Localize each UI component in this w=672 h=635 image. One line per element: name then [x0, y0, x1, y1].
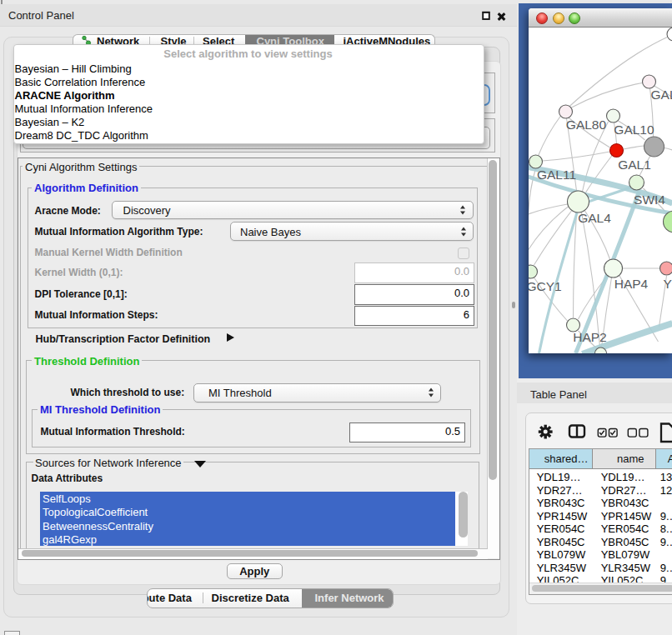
svg-text:GAL1: GAL1: [618, 158, 651, 172]
svg-text:GAL80: GAL80: [565, 118, 606, 132]
svg-text:YM: YM: [663, 277, 672, 291]
svg-text:GAL4: GAL4: [578, 211, 611, 225]
svg-text:SWI4: SWI4: [634, 192, 665, 207]
svg-text:HAP2: HAP2: [573, 330, 607, 344]
svg-text:GAL10: GAL10: [614, 122, 654, 137]
svg-text:GAL11: GAL11: [536, 168, 575, 182]
svg-text:GAL2: GAL2: [650, 88, 672, 102]
svg-text:GCY1: GCY1: [529, 279, 562, 293]
svg-text:HAP4: HAP4: [614, 277, 648, 291]
